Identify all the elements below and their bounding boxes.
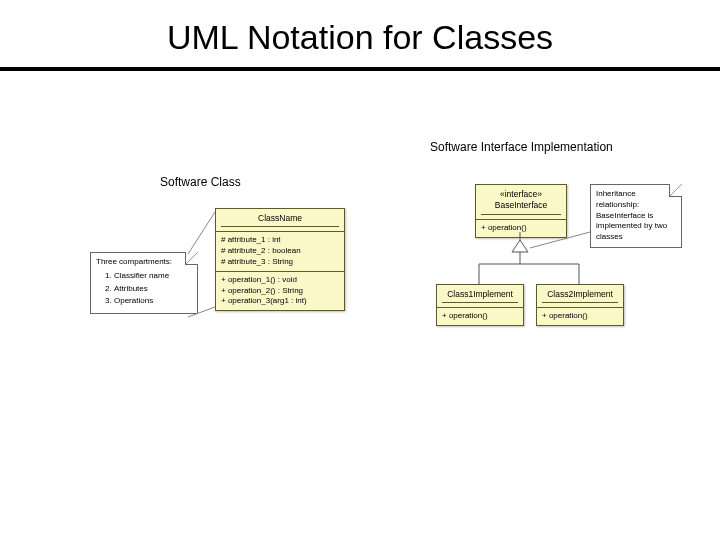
svg-line-8 [530, 232, 590, 248]
svg-line-0 [188, 212, 215, 254]
page-title: UML Notation for Classes [0, 0, 720, 67]
diagram-stage: Software Class Software Interface Implem… [0, 92, 720, 540]
connectors-svg [0, 92, 720, 540]
title-divider [0, 67, 720, 71]
svg-line-1 [188, 307, 215, 317]
svg-marker-3 [512, 240, 528, 252]
